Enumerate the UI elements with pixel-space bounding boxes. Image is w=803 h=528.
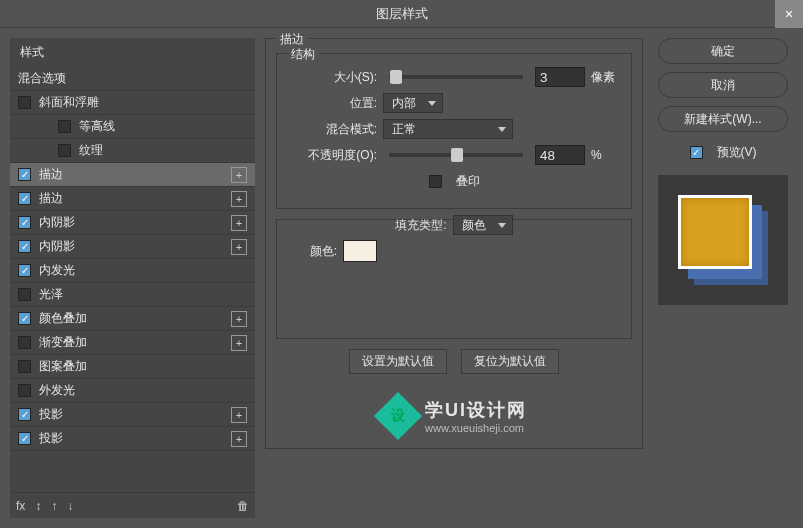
size-label: 大小(S): [287,69,377,86]
style-label: 投影 [39,430,231,447]
stroke-group: 描边 结构 大小(S): 像素 位置: 内部 混合模式: [265,38,643,449]
styles-footer: fx ↕ ↑ ↓ 🗑 [10,492,255,518]
style-checkbox[interactable] [18,384,31,397]
style-checkbox[interactable] [18,408,31,421]
position-select[interactable]: 内部 [383,93,443,113]
style-row-0[interactable]: 混合选项 [10,67,255,91]
add-effect-icon[interactable]: + [231,167,247,183]
opacity-label: 不透明度(O): [287,147,377,164]
fill-group: 填充类型: 颜色 颜色: [276,219,632,339]
move-up-icon[interactable]: ↑ [51,499,57,513]
opacity-row: 不透明度(O): % [287,142,621,168]
filltype-label: 填充类型: [395,217,446,234]
style-label: 纹理 [79,142,247,159]
style-row-12[interactable]: 图案叠加 [10,355,255,379]
sort-icon[interactable]: ↕ [35,499,41,513]
blend-select[interactable]: 正常 [383,119,513,139]
preview-checkbox[interactable] [690,146,703,159]
color-label: 颜色: [287,243,337,260]
style-checkbox[interactable] [18,96,31,109]
overprint-label: 叠印 [456,173,480,190]
style-row-11[interactable]: 渐变叠加+ [10,331,255,355]
close-button[interactable]: × [775,0,803,28]
add-effect-icon[interactable]: + [231,431,247,447]
style-checkbox[interactable] [18,240,31,253]
style-row-7[interactable]: 内阴影+ [10,235,255,259]
size-row: 大小(S): 像素 [287,64,621,90]
preview-toggle[interactable]: 预览(V) [690,144,757,161]
reset-default-button[interactable]: 复位为默认值 [461,349,559,374]
overprint-checkbox[interactable] [429,175,442,188]
styles-panel: 样式 混合选项斜面和浮雕等高线纹理描边+描边+内阴影+内阴影+内发光光泽颜色叠加… [10,38,255,518]
style-checkbox[interactable] [18,336,31,349]
style-row-6[interactable]: 内阴影+ [10,211,255,235]
style-label: 图案叠加 [39,358,247,375]
position-row: 位置: 内部 [287,90,621,116]
move-down-icon[interactable]: ↓ [67,499,73,513]
add-effect-icon[interactable]: + [231,215,247,231]
style-row-15[interactable]: 投影+ [10,427,255,451]
add-effect-icon[interactable]: + [231,335,247,351]
style-row-13[interactable]: 外发光 [10,379,255,403]
filltype-select[interactable]: 颜色 [453,215,513,235]
style-checkbox[interactable] [18,264,31,277]
style-row-2[interactable]: 等高线 [10,115,255,139]
new-style-button[interactable]: 新建样式(W)... [658,106,788,132]
preview-stack [678,195,768,285]
set-default-button[interactable]: 设置为默认值 [349,349,447,374]
add-effect-icon[interactable]: + [231,191,247,207]
style-row-4[interactable]: 描边+ [10,163,255,187]
style-row-1[interactable]: 斜面和浮雕 [10,91,255,115]
fx-icon[interactable]: fx [16,499,25,513]
structure-legend: 结构 [287,46,319,63]
style-checkbox[interactable] [18,360,31,373]
style-label: 内阴影 [39,214,231,231]
color-swatch[interactable] [343,240,377,262]
size-slider[interactable] [389,75,523,79]
style-row-14[interactable]: 投影+ [10,403,255,427]
close-icon: × [785,6,793,22]
style-row-10[interactable]: 颜色叠加+ [10,307,255,331]
style-checkbox[interactable] [18,168,31,181]
opacity-input[interactable] [535,145,585,165]
opacity-slider-thumb[interactable] [451,148,463,162]
structure-group: 结构 大小(S): 像素 位置: 内部 混合模式: 正常 [276,53,632,209]
style-checkbox[interactable] [18,192,31,205]
style-checkbox[interactable] [58,120,71,133]
style-checkbox[interactable] [18,216,31,229]
action-panel: 确定 取消 新建样式(W)... 预览(V) [653,38,793,518]
style-label: 投影 [39,406,231,423]
ok-button[interactable]: 确定 [658,38,788,64]
style-label: 描边 [39,190,231,207]
style-label: 外发光 [39,382,247,399]
style-label: 光泽 [39,286,247,303]
trash-icon[interactable]: 🗑 [237,499,249,513]
settings-panel: 描边 结构 大小(S): 像素 位置: 内部 混合模式: [265,38,643,518]
dialog-body: 样式 混合选项斜面和浮雕等高线纹理描边+描边+内阴影+内阴影+内发光光泽颜色叠加… [0,28,803,528]
add-effect-icon[interactable]: + [231,239,247,255]
size-slider-thumb[interactable] [390,70,402,84]
opacity-unit: % [591,148,621,162]
position-label: 位置: [287,95,377,112]
style-label: 渐变叠加 [39,334,231,351]
style-checkbox[interactable] [18,288,31,301]
style-row-5[interactable]: 描边+ [10,187,255,211]
layer-style-dialog: 图层样式 × 样式 混合选项斜面和浮雕等高线纹理描边+描边+内阴影+内阴影+内发… [0,0,803,528]
style-row-9[interactable]: 光泽 [10,283,255,307]
style-row-8[interactable]: 内发光 [10,259,255,283]
filltype-row: 填充类型: 颜色 [287,212,621,238]
overprint-row: 叠印 [287,168,621,194]
color-row: 颜色: [287,238,621,264]
style-checkbox[interactable] [18,312,31,325]
styles-list: 混合选项斜面和浮雕等高线纹理描边+描边+内阴影+内阴影+内发光光泽颜色叠加+渐变… [10,67,255,492]
add-effect-icon[interactable]: + [231,311,247,327]
default-buttons: 设置为默认值 复位为默认值 [276,349,632,374]
style-row-3[interactable]: 纹理 [10,139,255,163]
add-effect-icon[interactable]: + [231,407,247,423]
style-checkbox[interactable] [18,432,31,445]
style-label: 内发光 [39,262,247,279]
size-input[interactable] [535,67,585,87]
opacity-slider[interactable] [389,153,523,157]
style-checkbox[interactable] [58,144,71,157]
cancel-button[interactable]: 取消 [658,72,788,98]
